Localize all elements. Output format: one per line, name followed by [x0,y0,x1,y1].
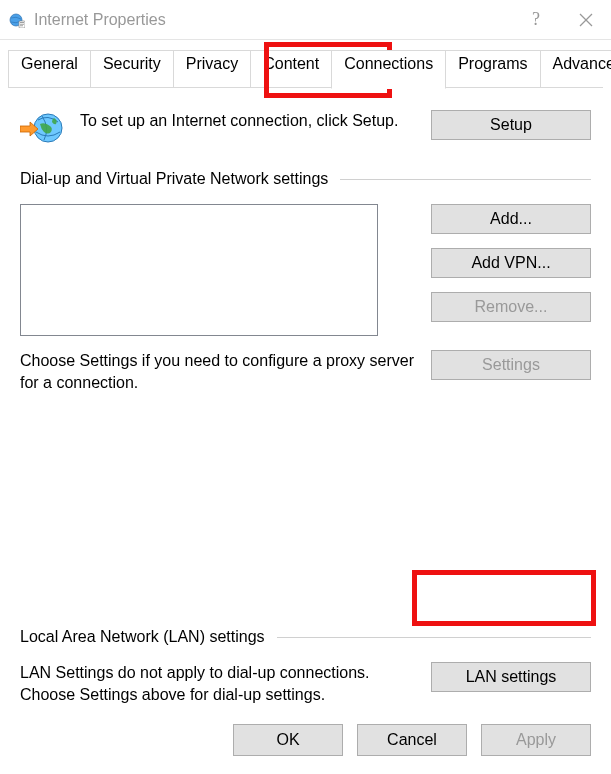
add-button[interactable]: Add... [431,204,591,234]
window-title: Internet Properties [34,11,511,29]
internet-properties-window: Internet Properties ? General Security P… [0,0,611,774]
dialog-button-row: OK Cancel Apply [233,724,591,756]
close-button[interactable] [561,0,611,39]
divider [277,637,591,638]
tab-security[interactable]: Security [90,50,174,88]
dialup-group-label: Dial-up and Virtual Private Network sett… [20,170,328,188]
setup-button[interactable]: Setup [431,110,591,140]
divider [340,179,591,180]
dialup-settings-button: Settings [431,350,591,380]
dialup-connection-list[interactable] [20,204,378,336]
tab-content[interactable]: Content [250,50,332,88]
tab-advanced[interactable]: Advanced [540,50,611,88]
tab-strip: General Security Privacy Content Connect… [0,40,611,88]
internet-options-icon [8,11,26,29]
add-vpn-button[interactable]: Add VPN... [431,248,591,278]
connections-panel: To set up an Internet connection, click … [0,88,611,393]
tab-programs[interactable]: Programs [445,50,540,88]
dialup-choose-text: Choose Settings if you need to configure… [20,350,431,393]
tab-privacy[interactable]: Privacy [173,50,251,88]
highlight-lan-settings [412,570,596,626]
lan-settings-button[interactable]: LAN settings [431,662,591,692]
help-button[interactable]: ? [511,0,561,39]
setup-instruction-text: To set up an Internet connection, click … [80,110,431,132]
remove-button: Remove... [431,292,591,322]
ok-button[interactable]: OK [233,724,343,756]
lan-group-label: Local Area Network (LAN) settings [20,628,265,646]
lan-group-header: Local Area Network (LAN) settings [20,628,591,646]
tab-connections[interactable]: Connections [331,50,446,89]
globe-arrow-icon [20,110,64,146]
lan-description-text: LAN Settings do not apply to dial-up con… [20,662,431,705]
titlebar: Internet Properties ? [0,0,611,40]
cancel-button[interactable]: Cancel [357,724,467,756]
svg-rect-2 [20,22,24,23]
dialup-group-header: Dial-up and Virtual Private Network sett… [20,170,591,188]
svg-rect-4 [20,25,23,26]
close-icon [579,13,593,27]
svg-rect-3 [20,23,24,24]
apply-button: Apply [481,724,591,756]
tab-general[interactable]: General [8,50,91,88]
